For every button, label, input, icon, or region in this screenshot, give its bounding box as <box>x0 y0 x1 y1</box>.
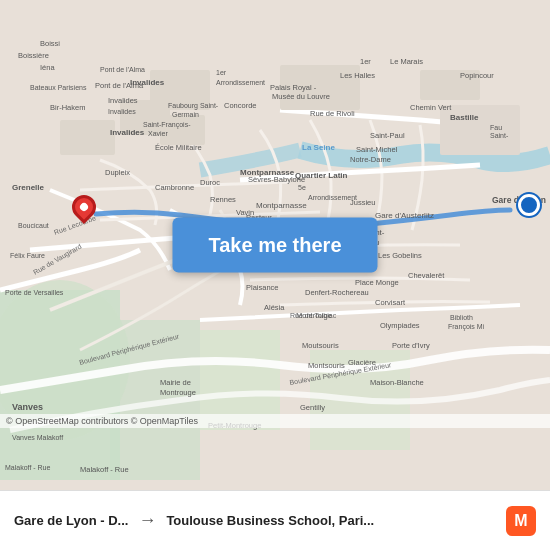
svg-text:Invalides: Invalides <box>108 96 138 105</box>
svg-text:Dupleix: Dupleix <box>105 168 130 177</box>
svg-text:Saint-François-: Saint-François- <box>143 121 191 129</box>
svg-text:Malakoff - Rue: Malakoff - Rue <box>5 464 50 471</box>
svg-text:Cambronne: Cambronne <box>155 183 194 192</box>
svg-text:Musée du Louvre: Musée du Louvre <box>272 92 330 101</box>
svg-text:Notre-Dame: Notre-Dame <box>350 155 391 164</box>
svg-text:Fau: Fau <box>490 124 502 131</box>
svg-text:Vanves: Vanves <box>12 402 43 412</box>
app: Rue Lecourbe Rue de Vaugirard Boulevard … <box>0 0 550 550</box>
svg-text:5e: 5e <box>298 184 306 191</box>
svg-text:Gare d'Austerlitz: Gare d'Austerlitz <box>375 211 434 220</box>
svg-text:Montparnasse: Montparnasse <box>240 168 295 177</box>
route-from-label: Gare de Lyon - D... <box>14 513 128 528</box>
svg-text:Iéna: Iéna <box>40 63 55 72</box>
svg-text:Denfert-Rochereau: Denfert-Rochereau <box>305 288 369 297</box>
svg-text:Montparnasse: Montparnasse <box>256 201 307 210</box>
svg-text:Glacière: Glacière <box>348 358 376 367</box>
svg-text:Chevalerêt: Chevalerêt <box>408 271 445 280</box>
svg-text:Plaisance: Plaisance <box>246 283 279 292</box>
svg-text:Arrondissement: Arrondissement <box>216 79 265 86</box>
svg-text:La Seine: La Seine <box>302 143 335 152</box>
moovit-logo: M <box>506 506 536 536</box>
svg-text:Palais Royal -: Palais Royal - <box>270 83 317 92</box>
svg-text:Chemin Vert: Chemin Vert <box>410 103 452 112</box>
svg-text:Porte de Versailles: Porte de Versailles <box>5 289 64 296</box>
svg-text:Bateaux Parisiens: Bateaux Parisiens <box>30 84 87 91</box>
svg-text:Invalides: Invalides <box>108 108 136 115</box>
svg-text:Faubourg Saint-: Faubourg Saint- <box>168 102 219 110</box>
svg-text:Montsouris: Montsouris <box>308 361 345 370</box>
svg-text:Place Monge: Place Monge <box>355 278 399 287</box>
svg-text:Boucicaut: Boucicaut <box>18 222 49 229</box>
svg-text:Rennes: Rennes <box>210 195 236 204</box>
svg-text:Xavier: Xavier <box>148 130 169 137</box>
svg-text:Maison-Blanche: Maison-Blanche <box>370 378 424 387</box>
svg-text:Grenelle: Grenelle <box>12 183 45 192</box>
svg-text:Montrouge: Montrouge <box>296 311 332 320</box>
svg-text:Félix Faure: Félix Faure <box>10 252 45 259</box>
svg-rect-11 <box>60 120 115 155</box>
svg-text:Saint-Michel: Saint-Michel <box>356 145 398 154</box>
svg-text:Bir-Hakem: Bir-Hakem <box>50 103 85 112</box>
svg-text:Olympiades: Olympiades <box>380 321 420 330</box>
svg-text:Boissière: Boissière <box>18 51 49 60</box>
svg-text:Porte d'Ivry: Porte d'Ivry <box>392 341 430 350</box>
destination-marker <box>518 194 540 216</box>
svg-text:Le Marais: Le Marais <box>390 57 423 66</box>
svg-text:Quartier Latin: Quartier Latin <box>295 171 348 180</box>
svg-text:Vanves Malakoff: Vanves Malakoff <box>12 434 63 441</box>
route-to-label: Toulouse Business School, Pari... <box>166 513 496 528</box>
svg-text:1er: 1er <box>216 69 227 76</box>
svg-text:Moutsouris: Moutsouris <box>302 341 339 350</box>
svg-text:1er: 1er <box>360 57 371 66</box>
svg-text:Alésia: Alésia <box>264 303 285 312</box>
svg-text:Boissi: Boissi <box>40 39 60 48</box>
svg-text:Bastille: Bastille <box>450 113 479 122</box>
take-me-there-button[interactable]: Take me there <box>172 218 377 273</box>
map-attribution: © OpenStreetMap contributors © OpenMapTi… <box>0 414 550 428</box>
map-container[interactable]: Rue Lecourbe Rue de Vaugirard Boulevard … <box>0 0 550 490</box>
route-arrow-icon: → <box>138 510 156 531</box>
moovit-m-icon: M <box>506 506 536 536</box>
svg-text:Jussieu: Jussieu <box>350 198 375 207</box>
svg-text:Germain: Germain <box>172 111 199 118</box>
svg-text:Malakoff - Rue: Malakoff - Rue <box>80 465 129 474</box>
svg-text:Concorde: Concorde <box>224 101 257 110</box>
svg-text:Les Gobelins: Les Gobelins <box>378 251 422 260</box>
svg-text:Biblioth: Biblioth <box>450 314 473 321</box>
svg-text:Duroc: Duroc <box>200 178 220 187</box>
svg-text:Corvisart: Corvisart <box>375 298 406 307</box>
svg-text:Invalides: Invalides <box>110 128 145 137</box>
svg-text:Montrouge: Montrouge <box>160 388 196 397</box>
svg-text:École Militaire: École Militaire <box>155 143 202 152</box>
svg-text:François Mi: François Mi <box>448 323 485 331</box>
svg-text:Popincour: Popincour <box>460 71 494 80</box>
bottom-bar: Gare de Lyon - D... → Toulouse Business … <box>0 490 550 550</box>
svg-text:Mairie de: Mairie de <box>160 378 191 387</box>
svg-text:Rue de Rivoli: Rue de Rivoli <box>310 109 355 118</box>
svg-text:Invalides: Invalides <box>130 78 165 87</box>
svg-text:Saint-Paul: Saint-Paul <box>370 131 405 140</box>
map-background: Rue Lecourbe Rue de Vaugirard Boulevard … <box>0 0 550 490</box>
svg-text:Les Halles: Les Halles <box>340 71 375 80</box>
svg-text:Gentilly: Gentilly <box>300 403 325 412</box>
svg-text:Pont de l'Alma: Pont de l'Alma <box>100 66 145 73</box>
svg-text:Saint-: Saint- <box>490 132 509 139</box>
